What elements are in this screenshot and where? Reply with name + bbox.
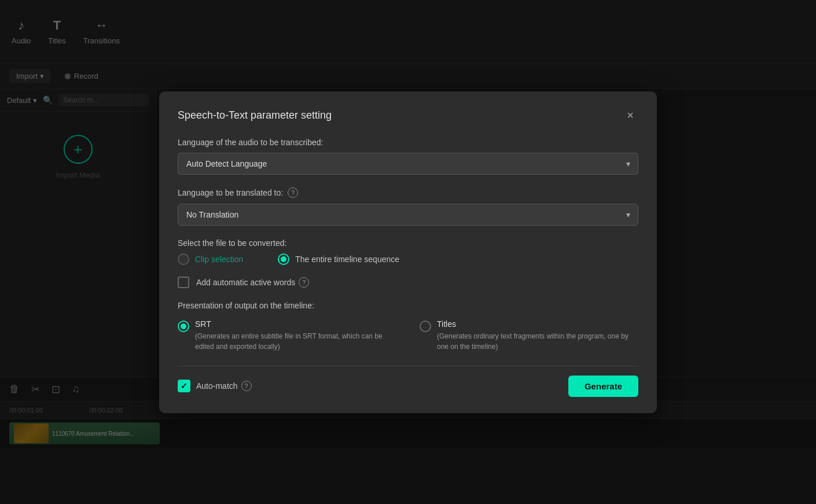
language-transcribe-wrapper: Auto Detect Language ▾: [178, 153, 638, 175]
language-transcribe-label: Language of the audio to be transcribed:: [178, 138, 638, 147]
clip-selection-option[interactable]: Clip selection: [178, 253, 243, 265]
auto-match-label: Auto-match ?: [196, 381, 252, 391]
generate-label: Generate: [585, 381, 622, 391]
language-translate-select[interactable]: No Translation: [178, 204, 638, 226]
srt-text: SRT (Generates an entire subtitle file i…: [195, 319, 396, 352]
srt-title: SRT: [195, 319, 396, 329]
titles-text: Titles (Generates ordinary text fragment…: [437, 319, 638, 352]
modal-footer: ✓ Auto-match ? Generate: [178, 366, 638, 397]
srt-radio[interactable]: [178, 321, 189, 332]
active-words-row: Add automatic active words ?: [178, 277, 638, 288]
active-words-checkbox[interactable]: [178, 277, 189, 288]
checkmark-icon: ✓: [181, 381, 188, 391]
language-translate-label: Language to be translated to:: [178, 188, 283, 197]
srt-option[interactable]: SRT (Generates an entire subtitle file i…: [178, 319, 396, 352]
output-radio-row: SRT (Generates an entire subtitle file i…: [178, 319, 638, 352]
titles-radio[interactable]: [420, 321, 431, 332]
entire-timeline-radio[interactable]: [278, 253, 289, 265]
auto-match-checkbox[interactable]: ✓: [178, 380, 190, 392]
generate-button[interactable]: Generate: [568, 376, 638, 397]
entire-timeline-label: The entire timeline sequence: [295, 255, 399, 264]
select-file-label: Select the file to be converted:: [178, 238, 638, 248]
translate-help-icon[interactable]: ?: [288, 187, 298, 198]
auto-match-row: ✓ Auto-match ?: [178, 380, 252, 392]
modal-title: Speech-to-Text parameter setting: [178, 109, 332, 122]
presentation-label: Presentation of output on the timeline:: [178, 301, 638, 310]
entire-timeline-option[interactable]: The entire timeline sequence: [278, 253, 399, 265]
titles-option[interactable]: Titles (Generates ordinary text fragment…: [420, 319, 638, 352]
close-icon: ×: [627, 109, 634, 122]
speech-to-text-modal: Speech-to-Text parameter setting × Langu…: [159, 91, 657, 413]
active-words-help-icon[interactable]: ?: [299, 277, 309, 288]
language-transcribe-select[interactable]: Auto Detect Language: [178, 153, 638, 175]
modal-header: Speech-to-Text parameter setting ×: [178, 108, 638, 124]
active-words-label: Add automatic active words ?: [196, 277, 309, 288]
clip-selection-label: Clip selection: [195, 255, 243, 264]
language-translate-wrapper: No Translation ▾: [178, 204, 638, 226]
modal-close-button[interactable]: ×: [622, 108, 638, 124]
file-radio-row: Clip selection The entire timeline seque…: [178, 253, 638, 265]
clip-selection-radio[interactable]: [178, 253, 189, 265]
titles-description: (Generates ordinary text fragments withi…: [437, 331, 638, 352]
auto-match-help-icon[interactable]: ?: [241, 381, 252, 391]
titles-title: Titles: [437, 319, 638, 329]
modal-overlay: Speech-to-Text parameter setting × Langu…: [0, 0, 816, 504]
srt-description: (Generates an entire subtitle file in SR…: [195, 331, 396, 352]
